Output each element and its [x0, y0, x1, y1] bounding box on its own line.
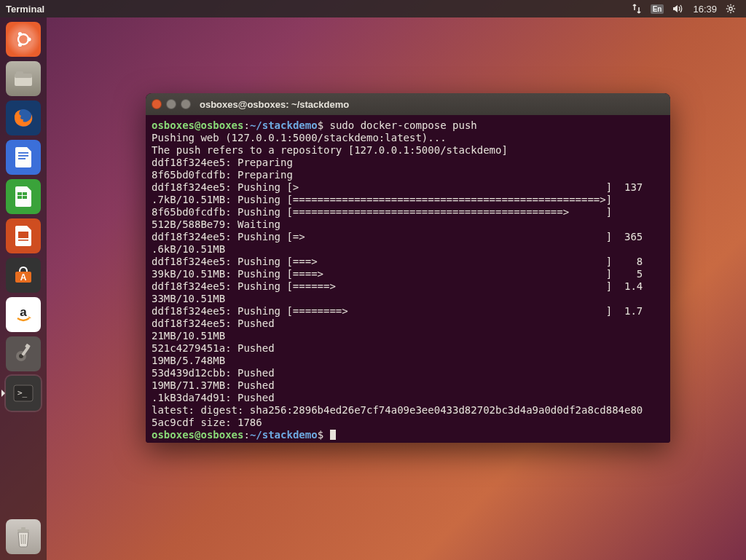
- terminal-output-line: 53d439d12cbb: Pushed: [152, 367, 275, 379]
- terminal-output-line: ddf18f324ee5: Pushing [=> ] 365: [152, 231, 643, 242]
- clock[interactable]: 16:39: [693, 4, 717, 15]
- terminal-output-line: 19MB/71.37MB: Pushed: [152, 379, 275, 391]
- window-close-button[interactable]: [152, 99, 162, 109]
- svg-rect-24: [17, 196, 22, 199]
- terminal-output-line: 33MB/10.51MB: [152, 293, 225, 304]
- svg-rect-28: [18, 240, 28, 241]
- window-title: osboxes@osboxes: ~/stackdemo: [200, 99, 349, 110]
- launcher-running-indicator-icon: [1, 390, 5, 397]
- svg-rect-17: [15, 147, 31, 167]
- unity-launcher: A a >_: [0, 17, 47, 560]
- window-minimize-button[interactable]: [166, 99, 176, 109]
- terminal-window[interactable]: osboxes@osboxes: ~/stackdemo osboxes@osb…: [146, 93, 670, 443]
- launcher-libreoffice-writer[interactable]: [6, 140, 41, 175]
- terminal-output-line: 39kB/10.51MB: Pushing [====> ] 5: [152, 268, 643, 280]
- svg-text:>_: >_: [17, 388, 28, 398]
- window-maximize-button[interactable]: [181, 99, 191, 109]
- terminal-output-line: latest: digest: sha256:2896b4ed26e7cf74a…: [152, 404, 643, 416]
- svg-point-10: [27, 37, 31, 41]
- keyboard-indicator[interactable]: En: [651, 4, 664, 14]
- terminal-output-line: 8f65bd0fcdfb: Preparing: [152, 169, 293, 181]
- terminal-output-line: ddf18f324ee5: Pushing [===> ] 8: [152, 256, 643, 267]
- terminal-output-line: .7kB/10.51MB: Pushing [=================…: [152, 194, 612, 205]
- active-app-title: Terminal: [6, 4, 44, 15]
- svg-rect-25: [23, 196, 27, 199]
- launcher-libreoffice-impress[interactable]: [6, 218, 41, 253]
- svg-text:a: a: [20, 305, 27, 319]
- terminal-output-line: ddf18f324ee5: Pushing [======> ] 1.4: [152, 280, 643, 292]
- prompt-user: osboxes: [152, 119, 195, 131]
- svg-line-5: [728, 6, 729, 7]
- svg-line-6: [733, 11, 734, 12]
- terminal-output-line: 21MB/10.51MB: [152, 330, 225, 342]
- svg-point-12: [18, 43, 22, 47]
- launcher-ubuntu-software[interactable]: A: [6, 258, 41, 293]
- svg-rect-23: [23, 192, 27, 195]
- launcher-trash[interactable]: [6, 519, 41, 554]
- launcher-dash[interactable]: [6, 22, 41, 57]
- launcher-files[interactable]: [6, 61, 41, 96]
- svg-line-8: [733, 6, 734, 7]
- terminal-cursor: [330, 430, 336, 440]
- terminal-output-line: .1kB3da74d91: Pushed: [152, 392, 275, 403]
- svg-point-9: [18, 34, 28, 44]
- terminal-output-line: Pushing web (127.0.0.1:5000/stackdemo:la…: [152, 132, 447, 143]
- svg-text:A: A: [20, 272, 27, 283]
- svg-rect-27: [18, 232, 28, 238]
- svg-line-43: [25, 535, 26, 544]
- settings-gear-icon[interactable]: [726, 4, 736, 14]
- sound-icon[interactable]: [672, 4, 684, 14]
- top-menubar: Terminal En 16:39: [0, 0, 746, 17]
- svg-rect-22: [17, 192, 22, 195]
- svg-rect-19: [18, 155, 28, 157]
- prompt-host: osboxes: [200, 119, 243, 131]
- launcher-terminal[interactable]: >_: [6, 376, 41, 411]
- svg-rect-40: [21, 527, 25, 529]
- terminal-output-line: 19MB/5.748MB: [152, 355, 225, 366]
- svg-point-11: [18, 32, 22, 36]
- svg-rect-18: [18, 152, 28, 154]
- terminal-command: sudo docker-compose push: [330, 119, 477, 131]
- launcher-libreoffice-calc[interactable]: [6, 179, 41, 214]
- terminal-output-line: 512B/588Be79: Waiting: [152, 218, 280, 230]
- terminal-output-line: 5ac9cdf size: 1786: [152, 417, 262, 428]
- terminal-output-line: ddf18f324ee5: Preparing: [152, 157, 293, 168]
- svg-rect-15: [16, 71, 23, 75]
- launcher-system-settings[interactable]: [6, 336, 41, 371]
- launcher-amazon[interactable]: a: [6, 297, 41, 332]
- svg-rect-39: [17, 529, 29, 532]
- terminal-output-line: The push refers to a repository [127.0.0…: [152, 144, 508, 156]
- terminal-output-line: 8f65bd0fcdfb: Pushing [=================…: [152, 206, 612, 218]
- prompt-path: ~/stackdemo: [250, 119, 318, 131]
- terminal-output-line: ddf18f324ee5: Pushing [> ] 137: [152, 181, 643, 193]
- terminal-output-line: .6kB/10.51MB: [152, 243, 225, 255]
- svg-point-0: [729, 7, 732, 10]
- terminal-body[interactable]: osboxes@osboxes:~/stackdemo$ sudo docker…: [146, 115, 670, 443]
- terminal-output-line: ddf18f324ee5: Pushing [========> ] 1.7: [152, 305, 643, 317]
- svg-rect-20: [18, 158, 25, 159]
- window-titlebar[interactable]: osboxes@osboxes: ~/stackdemo: [146, 93, 670, 115]
- svg-line-41: [21, 535, 22, 544]
- terminal-output-line: 521c4279451a: Pushed: [152, 342, 275, 354]
- launcher-firefox[interactable]: [6, 100, 41, 135]
- terminal-output-line: ddf18f324ee5: Pushed: [152, 318, 275, 329]
- svg-line-7: [728, 11, 729, 12]
- network-icon[interactable]: [632, 4, 642, 14]
